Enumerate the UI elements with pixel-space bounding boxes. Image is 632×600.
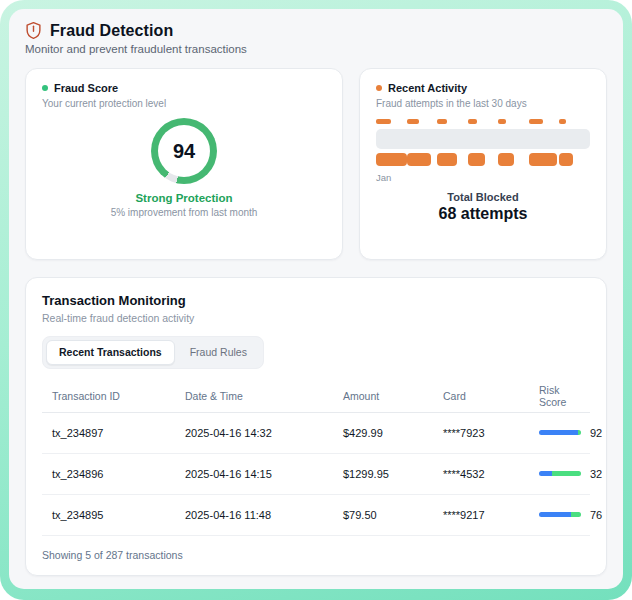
cell-transaction-id: tx_234896	[52, 468, 185, 480]
cell-card: ****7923	[443, 427, 539, 439]
cell-risk-score: 92	[539, 427, 602, 439]
shield-icon	[25, 21, 42, 40]
recent-activity-card-subtitle: Fraud attempts in the last 30 days	[376, 98, 590, 109]
protection-status: Strong Protection	[42, 192, 326, 204]
activity-tick	[498, 119, 506, 124]
cell-datetime: 2025-04-16 14:15	[185, 468, 343, 480]
activity-bar	[376, 153, 407, 166]
activity-bar	[559, 153, 572, 166]
green-dot-icon	[42, 85, 48, 91]
activity-bar	[468, 153, 485, 166]
table-body: tx_2348972025-04-16 14:32$429.99****7923…	[42, 413, 590, 536]
fraud-score-card: Fraud Score Your current protection leve…	[25, 68, 343, 260]
table-row: tx_2348962025-04-16 14:15$1299.95****453…	[42, 454, 590, 495]
page-title: Fraud Detection	[50, 22, 173, 40]
transaction-monitoring-title: Transaction Monitoring	[42, 293, 590, 308]
fraud-score-card-header: Fraud Score	[42, 82, 326, 94]
cell-amount: $429.99	[343, 427, 443, 439]
recent-activity-card-title: Recent Activity	[388, 82, 467, 94]
column-header: Risk Score	[539, 384, 580, 408]
orange-dot-icon	[376, 85, 382, 91]
activity-bar	[407, 153, 431, 166]
fraud-score-ring-inner: 94	[158, 125, 210, 177]
risk-score-value: 32	[590, 468, 602, 480]
activity-bar	[498, 153, 513, 166]
recent-activity-card-header: Recent Activity	[376, 82, 590, 94]
activity-bars	[376, 153, 590, 166]
title-row: Fraud Detection	[25, 21, 607, 40]
table-footer: Showing 5 of 287 transactions	[42, 549, 590, 561]
activity-bar	[529, 153, 557, 166]
activity-chart-band	[376, 129, 590, 149]
cell-datetime: 2025-04-16 11:48	[185, 509, 343, 521]
protection-note: 5% improvement from last month	[42, 207, 326, 218]
cell-transaction-id: tx_234895	[52, 509, 185, 521]
total-blocked-value: 68 attempts	[376, 205, 590, 223]
page-subtitle: Monitor and prevent fraudulent transacti…	[25, 43, 607, 55]
transaction-monitoring-subtitle: Real-time fraud detection activity	[42, 312, 590, 324]
activity-bar	[437, 153, 457, 166]
cell-risk-score: 76	[539, 509, 602, 521]
activity-chart	[376, 119, 590, 166]
activity-tick	[376, 119, 391, 124]
total-blocked-block: Total Blocked 68 attempts	[376, 191, 590, 223]
column-header: Date & Time	[185, 390, 343, 402]
table-header: Transaction IDDate & TimeAmountCardRisk …	[42, 381, 590, 413]
cell-amount: $79.50	[343, 509, 443, 521]
page-header: Fraud Detection Monitor and prevent frau…	[25, 21, 607, 55]
cell-card: ****4532	[443, 468, 539, 480]
tab-fraud-rules[interactable]: Fraud Rules	[177, 340, 260, 365]
fraud-score-ring: 94	[151, 118, 217, 184]
cell-amount: $1299.95	[343, 468, 443, 480]
fraud-score-value: 94	[173, 140, 195, 163]
tabs: Recent TransactionsFraud Rules	[42, 336, 264, 369]
summary-cards-row: Fraud Score Your current protection leve…	[25, 68, 607, 260]
activity-tick	[529, 119, 543, 124]
risk-bar	[539, 430, 581, 435]
cell-risk-score: 32	[539, 468, 602, 480]
column-header: Transaction ID	[52, 390, 185, 402]
tab-recent-transactions[interactable]: Recent Transactions	[46, 340, 175, 365]
table-row: tx_2348972025-04-16 14:32$429.99****7923…	[42, 413, 590, 454]
risk-bar	[539, 512, 581, 517]
activity-tick	[407, 119, 419, 124]
risk-bar	[539, 471, 581, 476]
column-header: Card	[443, 390, 539, 402]
risk-score-value: 92	[590, 427, 602, 439]
column-header: Amount	[343, 390, 443, 402]
month-label: Jan	[376, 172, 590, 183]
activity-tick	[468, 119, 477, 124]
fraud-score-card-subtitle: Your current protection level	[42, 98, 326, 109]
table-row: tx_2348952025-04-16 11:48$79.50****92177…	[42, 495, 590, 536]
activity-tick	[559, 119, 566, 124]
gauge-wrap: 94	[42, 118, 326, 184]
cell-card: ****9217	[443, 509, 539, 521]
fraud-detection-page: Fraud Detection Monitor and prevent frau…	[9, 9, 623, 589]
app-frame: Fraud Detection Monitor and prevent frau…	[0, 0, 632, 600]
activity-ticks	[376, 119, 590, 125]
recent-activity-card: Recent Activity Fraud attempts in the la…	[359, 68, 607, 260]
total-blocked-label: Total Blocked	[376, 191, 590, 203]
activity-tick	[437, 119, 447, 124]
fraud-score-card-title: Fraud Score	[54, 82, 118, 94]
risk-score-value: 76	[590, 509, 602, 521]
cell-datetime: 2025-04-16 14:32	[185, 427, 343, 439]
cell-transaction-id: tx_234897	[52, 427, 185, 439]
transaction-monitoring-card: Transaction Monitoring Real-time fraud d…	[25, 277, 607, 576]
